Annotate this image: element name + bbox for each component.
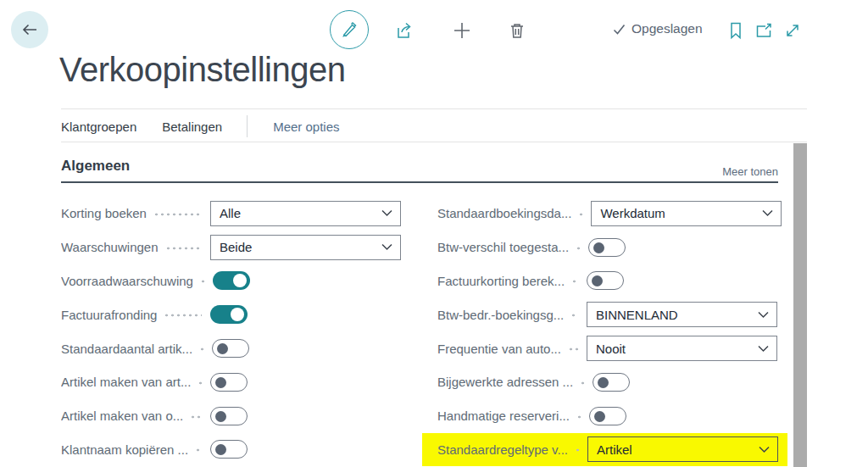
trash-icon (508, 21, 526, 40)
toggle-switch[interactable] (210, 440, 248, 459)
toggle-switch[interactable] (587, 271, 624, 290)
chevron-down-icon (758, 311, 769, 319)
field-row: Frequentie van auto... Nooit (437, 331, 777, 365)
pencil-icon (340, 20, 359, 39)
bookmark-button[interactable] (726, 20, 746, 41)
select-value: BINNENLAND (596, 308, 678, 322)
field-control (210, 373, 401, 392)
field-row: Factuurafronding (61, 297, 401, 331)
field-control (212, 339, 403, 358)
open-in-window-button[interactable] (754, 20, 774, 41)
field-control: Beide (210, 235, 401, 260)
share-icon (395, 20, 415, 41)
dotted-leader (578, 213, 582, 216)
dotted-leader (164, 314, 202, 317)
tab-meer-opties[interactable]: Meer opties (273, 120, 339, 134)
field-control: Nooit (587, 336, 777, 361)
section-title-algemeen: Algemeen (61, 158, 130, 175)
field-label: Frequentie van auto... (437, 342, 561, 356)
field-row: Btw-verschil toegesta... (437, 231, 777, 264)
select-field[interactable]: Werkdatum (591, 201, 782, 226)
show-more-link[interactable]: Meer tonen (722, 165, 778, 178)
expand-button[interactable] (782, 20, 803, 41)
dotted-leader (576, 415, 581, 419)
field-label: Voorraadwaarschuwing (61, 274, 193, 288)
field-label: Waarschuwingen (61, 240, 159, 254)
dotted-leader (576, 247, 580, 250)
select-field[interactable]: Beide (210, 235, 401, 260)
field-control (210, 305, 401, 324)
toggle-knob (594, 411, 605, 422)
sales-setup-page: Opgeslagen Verkoopinstellingen Klantgroe… (0, 0, 868, 467)
dotted-leader (198, 381, 202, 385)
save-status: Opgeslagen (612, 21, 703, 36)
field-control (213, 271, 403, 290)
field-row: Korting boeken Alle (61, 197, 401, 231)
edit-button[interactable] (330, 10, 369, 49)
select-field[interactable]: Artikel (587, 436, 778, 462)
select-field[interactable]: Alle (210, 201, 401, 226)
select-field[interactable]: BINNENLAND (587, 302, 777, 327)
dotted-leader (570, 314, 578, 317)
field-row: Btw-bedr.-boekingsg... BINNENLAND (437, 297, 777, 331)
dotted-leader (580, 381, 584, 385)
toggle-switch[interactable] (589, 407, 626, 425)
field-control: Werkdatum (591, 201, 782, 226)
toggle-knob (592, 275, 603, 286)
toggle-knob (233, 274, 247, 287)
toggle-knob (231, 308, 244, 321)
dotted-leader (153, 213, 202, 216)
back-button[interactable] (11, 11, 48, 48)
toggle-switch[interactable] (210, 373, 248, 392)
field-control: Artikel (587, 436, 778, 462)
field-row: Voorraadwaarschuwing (61, 264, 401, 298)
action-bar: Klantgroepen Betalingen Meer opties (61, 114, 340, 139)
field-row: Waarschuwingen Beide (61, 231, 401, 264)
field-control (589, 407, 780, 425)
field-row: Artikel maken van art... (61, 365, 401, 399)
dotted-leader (165, 247, 203, 250)
vertical-scrollbar-thumb[interactable] (793, 143, 807, 467)
toggle-switch[interactable] (212, 339, 249, 358)
chevron-down-icon (758, 345, 769, 353)
expand-diagonal-icon (783, 21, 802, 40)
dotted-leader (575, 448, 579, 452)
share-button[interactable] (395, 20, 415, 41)
toggle-switch[interactable] (593, 373, 630, 392)
field-label: Korting boeken (61, 206, 147, 220)
new-button[interactable] (452, 20, 472, 41)
plus-icon (452, 20, 472, 41)
dotted-leader (199, 347, 203, 351)
field-row: Bijgewerkte adressen ... (437, 365, 777, 399)
section-underline (61, 181, 778, 183)
field-label: Factuurkorting berek... (437, 274, 565, 288)
chevron-down-icon (381, 243, 392, 251)
toggle-knob (215, 377, 226, 388)
toggle-switch[interactable] (588, 238, 626, 257)
field-control (593, 373, 783, 392)
field-label: Standaardregeltype v... (437, 442, 568, 457)
select-value: Alle (220, 206, 241, 220)
field-row: Factuurkorting berek... (437, 264, 777, 298)
select-value: Beide (220, 240, 252, 254)
select-value: Artikel (597, 442, 632, 457)
toggle-switch[interactable] (213, 271, 250, 290)
dotted-leader (568, 347, 578, 351)
toggle-switch[interactable] (210, 305, 248, 324)
field-label: Btw-bedr.-boekingsg... (437, 308, 564, 322)
field-control (210, 407, 401, 425)
tab-klantgroepen[interactable]: Klantgroepen (61, 120, 136, 134)
toggle-knob (215, 411, 226, 422)
field-row: Standaardaantal artik... (61, 331, 401, 365)
delete-button[interactable] (507, 20, 527, 41)
select-value: Werkdatum (600, 206, 665, 220)
toggle-knob (593, 242, 604, 253)
bookmark-icon (727, 21, 744, 40)
tab-betalingen[interactable]: Betalingen (162, 120, 222, 134)
toggle-switch[interactable] (210, 407, 248, 425)
field-control: BINNENLAND (587, 302, 777, 327)
field-column-left: Korting boeken Alle Waarschuwingen Beide (61, 197, 401, 466)
select-field[interactable]: Nooit (587, 336, 777, 361)
divider-top (61, 108, 807, 109)
page-title: Verkoopinstellingen (59, 51, 345, 89)
